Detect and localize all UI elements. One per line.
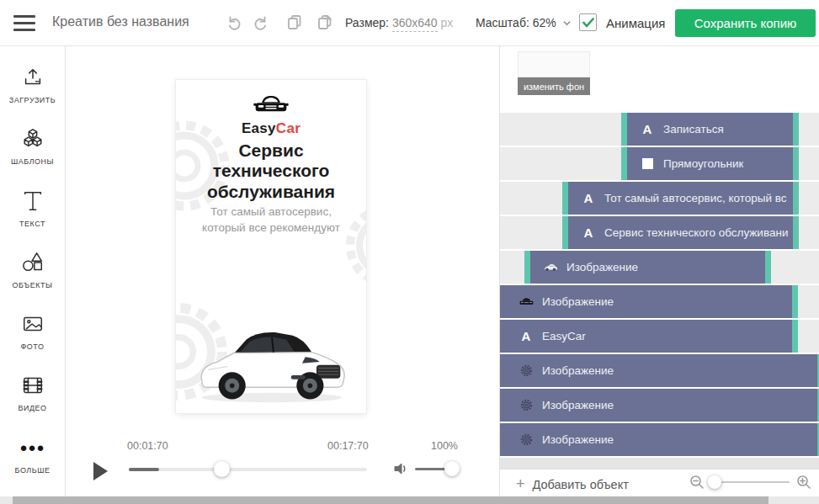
drag-handle-right[interactable] [793,182,799,215]
sidebar-item-objects[interactable]: ОБЪЕКТЫ [0,250,66,311]
layer-row: Изображение [500,251,819,284]
drag-handle-left[interactable] [524,251,530,284]
layer-bar-zapisatsya[interactable]: A Записаться [621,113,799,146]
drag-handle-right[interactable] [792,285,798,318]
drag-handle-left[interactable] [621,147,627,180]
layer-row: Изображение [500,285,819,318]
scale-dropdown[interactable]: Масштаб: 62% [476,16,571,29]
layer-bar-easycar[interactable]: A EasyCar [500,320,798,353]
layer-row: A Записаться [500,113,819,146]
timeline-zoom-thumb[interactable] [708,475,721,489]
drag-handle-left[interactable] [562,216,568,249]
text-layer-icon: A [518,329,534,343]
gear-layer-icon [518,433,534,446]
save-copy-button[interactable]: Сохранить копию [675,9,816,37]
sidebar-item-more[interactable]: ●●● БОЛЬШЕ [0,435,66,496]
scale-label: Масштаб: [476,16,529,29]
horizontal-scrollbar[interactable] [0,496,819,504]
text-layer-icon: A [639,122,656,136]
photo-icon [20,311,45,337]
drag-handle-left[interactable] [621,113,627,146]
sidebar-item-label: ВИДЕО [18,404,46,412]
sidebar-item-templates[interactable]: ШАБЛОНЫ [0,126,66,188]
layer-bar-image-gear[interactable]: Изображение [500,389,819,422]
easycar-logo[interactable]: EasyCar [176,93,366,137]
drag-handle-right[interactable] [792,320,798,353]
layer-bar-rectangle[interactable]: Прямоугольник [621,147,799,180]
menu-icon[interactable] [13,15,35,31]
timeline-zoom-slider[interactable] [710,481,790,483]
layer-bar-image-car[interactable]: Изображение [500,285,798,318]
copy-icon[interactable] [286,14,303,31]
layer-bar-text-2[interactable]: A Сервис технического обслуживани [562,216,799,249]
background-thumbnail[interactable] [518,51,590,77]
sidebar-item-label: БОЛЬШЕ [15,466,51,475]
sidebar-item-label: ФОТО [21,342,45,351]
layer-row: A Тот самый автосервис, который вс [500,182,819,215]
seek-thumb[interactable] [214,461,230,477]
canvas-heading[interactable]: Сервис технического обслуживания [183,141,359,202]
car-logo-icon [253,93,290,115]
drag-handle-right[interactable] [793,216,799,249]
upload-icon [20,65,45,90]
logo-text: EasyCar [176,120,366,137]
scrollbar-thumb[interactable] [13,496,768,504]
scale-value: 62% [533,16,556,29]
size-control: Размер: 360x640 px [345,16,453,29]
car-photo[interactable] [191,317,353,405]
layers-footer-strip [500,458,819,469]
volume-thumb[interactable] [444,461,460,476]
document-title[interactable]: Креатив без названия [52,14,189,29]
text-icon [20,188,45,214]
redo-icon[interactable] [253,14,269,31]
undo-icon[interactable] [226,14,242,31]
paste-icon[interactable] [316,14,333,31]
drag-handle-right[interactable] [765,251,771,284]
zoom-in-icon[interactable] [796,475,811,490]
checkmark-icon [582,18,594,28]
sidebar-item-upload[interactable]: ЗАГРУЗИТЬ [0,65,66,126]
drag-handle-right[interactable] [793,147,799,180]
animation-checkbox[interactable] [579,13,597,31]
creative-canvas[interactable]: EasyCar Сервис технического обслуживания… [176,80,366,413]
change-background-button[interactable]: изменить фон [518,77,590,95]
plus-icon: + [516,475,525,493]
creative-editor-app: Креатив без названия Размер: 360x640 px … [0,0,819,504]
drag-handle-right[interactable] [793,113,799,146]
layer-bar-text-1[interactable]: A Тот самый автосервис, который вс [562,182,799,215]
layer-bar-image-gear[interactable]: Изображение [500,423,819,456]
size-value[interactable]: 360x640 [392,16,438,32]
canvas-subtext[interactable]: Тот самый автосервис, который все рекоме… [191,204,351,236]
image-layer-icon [542,263,559,272]
sidebar-item-video[interactable]: ВИДЕО [0,373,66,434]
volume-slider[interactable] [415,468,453,470]
current-time: 00:01:70 [127,440,168,452]
zoom-out-icon[interactable] [689,475,705,490]
objects-icon [20,250,45,275]
layer-row: Изображение [500,423,819,456]
sidebar-item-photo[interactable]: ФОТО [0,311,66,373]
topbar: Креатив без названия Размер: 360x640 px … [0,0,819,46]
gear-layer-icon [518,399,534,411]
car-layer-icon [518,297,534,306]
sidebar-item-text[interactable]: ТЕКСТ [0,188,66,250]
sidebar-item-label: ОБЪЕКТЫ [13,281,53,289]
seek-slider[interactable] [129,468,367,471]
add-object-button[interactable]: + Добавить объект [516,475,629,493]
animation-label: Анимация [606,16,665,30]
drag-handle-left[interactable] [562,182,568,215]
more-icon: ●●● [20,435,45,460]
text-layer-icon: A [580,191,597,205]
layers-panel-footer: + Добавить объект [500,469,819,496]
sidebar-item-label: ШАБЛОНЫ [11,157,54,166]
seek-fill [129,468,159,471]
text-layer-icon: A [580,225,597,240]
layer-bar-image-gear[interactable]: Изображение [500,354,819,387]
play-button[interactable] [93,462,108,480]
sidebar: ЗАГРУЗИТЬ ШАБЛОНЫ ТЕКСТ ОБЪЕКТЫ ФОТО [0,46,66,496]
volume-icon[interactable] [394,462,408,475]
sidebar-item-label: ТЕКСТ [19,220,45,228]
layer-row: A EasyCar [500,320,819,353]
layer-bar-image-photo[interactable]: Изображение [524,251,771,284]
size-label: Размер: [345,16,389,29]
